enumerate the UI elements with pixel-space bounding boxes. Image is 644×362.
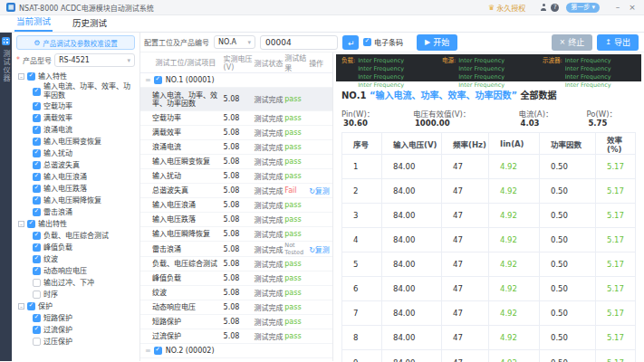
barcode-checkbox-wrap[interactable]: 电子条码 — [363, 37, 403, 47]
test-row[interactable]: 输入电压浪涌5.08测试完成pass — [140, 198, 332, 213]
tree-item[interactable]: 负载、电压综合测试 — [16, 230, 135, 242]
tree-item[interactable]: 输入电压瞬降恢复 — [16, 195, 135, 206]
drag-handle-icon[interactable]: ≡ — [145, 76, 150, 84]
tab-history-test[interactable]: 历史测试 — [71, 16, 109, 32]
test-row[interactable]: 输入电压跌落5.08测试完成pass — [140, 213, 332, 227]
serial-submit-button[interactable]: ↵ — [342, 35, 359, 50]
tree-item[interactable]: 总谐波失真 — [16, 159, 135, 171]
test-group-row[interactable]: ≡NO.2 (00002) — [140, 344, 332, 358]
test-row[interactable]: 总谐波失真5.08测试完成Fail↻复测 — [140, 184, 332, 198]
tree-item[interactable]: 浪涌电流 — [16, 124, 135, 136]
data-table-row[interactable]: 984.00474.920.505.17 — [342, 350, 635, 362]
tree-item[interactable]: 输入电流、功率、效率、功率因数 — [16, 82, 135, 100]
tree-item-checkbox[interactable] — [33, 243, 41, 252]
test-row[interactable]: 输入电压瞬降恢复5.08测试完成pass — [140, 227, 332, 242]
start-button[interactable]: ▶ 开始 — [417, 34, 457, 51]
test-row[interactable]: 输入电流、功率、效率、功率因数5.08测试完成pass — [140, 88, 332, 111]
test-row[interactable]: 纹波5.08测试完成pass — [140, 286, 332, 300]
data-table-row[interactable]: 384.00474.920.505.17 — [342, 204, 635, 228]
test-row[interactable]: 输入电压瞬变恢复5.08测试完成pass — [140, 155, 332, 169]
collapse-icon[interactable]: – — [18, 303, 24, 310]
tree-group-checkbox[interactable] — [27, 72, 35, 81]
minimize-button[interactable]: – — [612, 2, 623, 13]
license-badge[interactable]: ♛永久授权 — [488, 3, 525, 13]
close-button[interactable]: × — [627, 2, 638, 13]
test-row[interactable]: 空载功率5.08测试完成pass — [140, 111, 332, 126]
tree-item-checkbox[interactable] — [33, 208, 41, 216]
guide-dropdown[interactable]: 第一步 ▾ — [566, 3, 600, 13]
data-table-row[interactable]: 484.00474.920.505.17 — [342, 228, 635, 252]
retry-link[interactable]: ↻复测 — [309, 246, 330, 254]
tree-item-checkbox[interactable] — [33, 88, 41, 96]
tree-item[interactable]: 输入电压瞬变恢复 — [16, 136, 135, 148]
test-row[interactable]: 动态响应电压5.08测试完成pass — [140, 300, 332, 315]
test-group-row[interactable]: ≡NO.1 (00001) — [140, 73, 332, 88]
product-model-select[interactable]: RS-4521 ▾ — [54, 53, 135, 67]
collapse-icon[interactable]: – — [18, 73, 24, 80]
tree-item[interactable]: 满载效率 — [16, 112, 135, 124]
retry-link[interactable]: ↻复测 — [309, 187, 330, 195]
data-table-row[interactable]: 684.00474.920.505.17 — [342, 277, 635, 301]
tree-group[interactable]: –输入特性 — [16, 71, 135, 82]
tree-item[interactable]: 雷击浪涌 — [16, 206, 135, 218]
tree-item[interactable]: 输入电压浪涌 — [16, 171, 135, 183]
tree-group[interactable]: –输出特性 — [16, 218, 135, 230]
test-row[interactable]: 雷击浪涌5.08测试完成Not Tested↻复测 — [140, 242, 332, 257]
tree-item[interactable]: 过流保护 — [16, 324, 135, 336]
tree-item[interactable]: 峰值负载 — [16, 242, 135, 253]
test-row[interactable]: 输入扰动5.08测试完成pass — [140, 169, 332, 184]
tree-item-checkbox[interactable] — [33, 291, 41, 299]
tree-item-checkbox[interactable] — [33, 279, 41, 287]
tree-item-checkbox[interactable] — [33, 185, 41, 193]
nav-strip-label[interactable]: 测试仪器 — [1, 50, 11, 82]
tree-item[interactable]: 动态响应电压 — [16, 265, 135, 277]
tree-item-checkbox[interactable] — [33, 267, 41, 275]
data-table-row[interactable]: 184.00474.920.505.17 — [342, 155, 635, 179]
test-row[interactable]: 过流保护5.08测试完成pass — [140, 329, 332, 344]
tree-item-checkbox[interactable] — [33, 196, 41, 205]
test-row[interactable]: 满载效率5.08测试完成pass — [140, 126, 332, 140]
tree-item[interactable]: 过压保护 — [16, 336, 135, 348]
tab-current-test[interactable]: 当前测试 — [14, 14, 53, 32]
barcode-checkbox[interactable] — [363, 38, 371, 46]
tree-item-checkbox[interactable] — [33, 114, 41, 122]
help-icon[interactable]: ? — [551, 4, 559, 12]
calibration-settings-button[interactable]: ⚙ 产品调试及参数校准设置 — [16, 35, 135, 50]
tree-item-checkbox[interactable] — [33, 232, 41, 240]
data-table-row[interactable]: 284.00474.920.505.17 — [342, 179, 635, 204]
tree-item[interactable]: 输出过冲、下冲 — [16, 277, 135, 289]
data-table-row[interactable]: 584.00474.920.505.17 — [342, 252, 635, 277]
tree-item-checkbox[interactable] — [33, 338, 41, 346]
tree-item-checkbox[interactable] — [33, 161, 41, 169]
tree-item-checkbox[interactable] — [33, 173, 41, 181]
test-row[interactable]: 负载、电压综合测试5.08测试完成pass — [140, 257, 332, 272]
tree-item-checkbox[interactable] — [33, 138, 41, 146]
tree-item[interactable]: 输入电压跌落 — [16, 183, 135, 195]
tree-item[interactable]: 输入扰动 — [16, 148, 135, 159]
test-row[interactable]: 峰值负载5.08测试完成pass — [140, 272, 332, 286]
test-row[interactable]: 浪涌电流5.08测试完成pass — [140, 140, 332, 155]
instruments-grid-icon[interactable] — [2, 37, 10, 45]
station-select[interactable]: NO.A ▾ — [214, 35, 255, 49]
test-group-checkbox[interactable] — [154, 76, 162, 84]
tree-group-checkbox[interactable] — [27, 302, 35, 310]
data-table-row[interactable]: 784.00474.920.505.17 — [342, 301, 635, 326]
stop-button[interactable]: × 终止 — [552, 34, 593, 51]
test-group-checkbox[interactable] — [154, 347, 162, 355]
tree-item-checkbox[interactable] — [33, 314, 41, 322]
tree-item-checkbox[interactable] — [33, 326, 41, 334]
tree-item[interactable]: 空载功率 — [16, 100, 135, 112]
user-icon[interactable] — [540, 4, 547, 11]
tree-item-checkbox[interactable] — [33, 102, 41, 110]
tree-group-checkbox[interactable] — [27, 220, 35, 228]
tree-item-checkbox[interactable] — [33, 126, 41, 134]
drag-handle-icon[interactable]: ≡ — [145, 347, 150, 355]
tree-item[interactable]: 纹波 — [16, 253, 135, 265]
serial-number-input[interactable] — [260, 35, 338, 50]
tree-group[interactable]: –保护 — [16, 300, 135, 312]
tree-item-checkbox[interactable] — [33, 255, 41, 263]
data-table-row[interactable]: 884.00474.920.505.17 — [342, 326, 635, 350]
export-button[interactable]: ↥ 导出 — [597, 34, 639, 51]
collapse-icon[interactable]: – — [18, 221, 24, 227]
tree-item[interactable]: 短路保护 — [16, 312, 135, 324]
